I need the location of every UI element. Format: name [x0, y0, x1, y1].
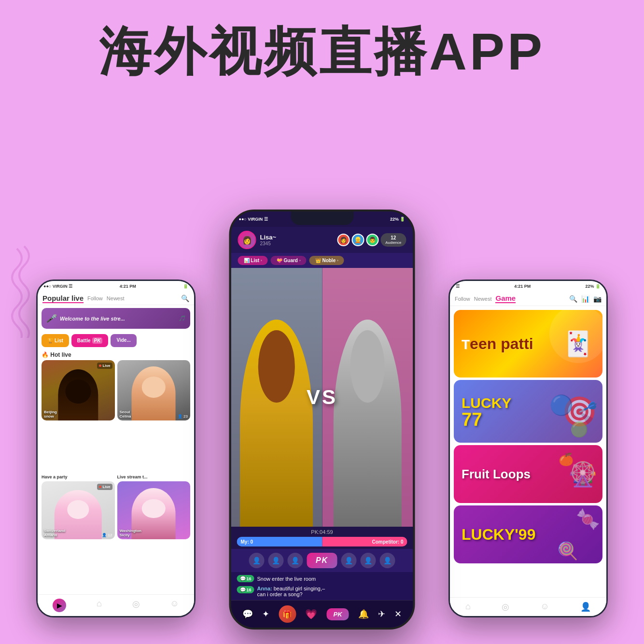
audience-avatar-3: 👨	[366, 234, 378, 246]
pk-icon-2[interactable]: 👤	[268, 553, 284, 568]
pk-score-my: My: 0	[237, 537, 322, 546]
music-icon: 🎵	[179, 315, 185, 322]
audience-avatar-1: 👩	[337, 234, 350, 246]
pk-bar-area: PK:04:59 My: 0 Competitor: 0	[231, 527, 413, 549]
game-card-teen-patti[interactable]: 🃏 Teen patti	[454, 310, 602, 378]
bottom-grid-icon[interactable]: ✦	[262, 609, 269, 619]
live-card-seoul[interactable]: SeoulCelina 👤 23	[117, 360, 191, 420]
host-avatar: 👩	[238, 231, 256, 249]
live-card-switzerland[interactable]: Live SwitzerlandAmari8 👤 12	[42, 481, 115, 539]
search-icon[interactable]: 🔍	[181, 294, 189, 302]
popular-live-label: Popular live	[42, 294, 84, 302]
tab-noble[interactable]: 👑 Noble ›	[309, 256, 344, 265]
center-bottom-bar: 💬 ✦ 🎁 💗 PK 🔔 ✈ ✕	[231, 600, 413, 628]
pk-icon-4[interactable]: 👤	[341, 553, 356, 568]
nav-play[interactable]: ▶	[53, 599, 66, 612]
game-card-fruit-loops[interactable]: 🎡 🍊 Fruit Loops	[454, 445, 602, 503]
chat-level-badge-2: 💬16	[237, 586, 254, 593]
category-buttons: 🏆List BattlePK Vide...	[38, 332, 194, 350]
nav-discover[interactable]: ◎	[132, 599, 140, 612]
right-follow-link[interactable]: Follow	[455, 296, 470, 302]
phone-notch	[291, 211, 353, 225]
bottom-close-icon[interactable]: ✕	[394, 609, 402, 619]
banner-text: Welcome to the live stre...	[60, 316, 125, 322]
pk-center-button[interactable]: PK	[307, 553, 337, 568]
pk-icon-1[interactable]: 👤	[249, 553, 265, 568]
video-button[interactable]: Vide...	[111, 334, 136, 347]
center-header: 👩 Lisa~ 2345 👩 👱 👨 12 Audience	[231, 227, 413, 253]
right-game-link[interactable]: Game	[495, 294, 516, 303]
main-title: 海外视频直播APP	[0, 17, 644, 87]
left-nav: Popular live Follow Newest 🔍	[38, 292, 194, 305]
live-card-location-2: SeoulCelina	[120, 410, 131, 419]
lucky77-title: LUCKY 77	[462, 395, 511, 428]
live-grid: Live Beijingsnow SeoulCelina 👤 23	[38, 360, 194, 474]
bottom-gift-icon[interactable]: 🎁	[279, 605, 296, 623]
center-tabs: 📊 List › 💝 Guard › 👑 Noble ›	[231, 253, 413, 268]
pk-icon-6[interactable]: 👤	[379, 553, 395, 568]
fruit-loops-title: Fruit Loops	[462, 467, 531, 482]
host-name: Lisa~	[260, 234, 277, 241]
newest-link[interactable]: Newest	[107, 295, 125, 301]
chat-text-2: Anna: beautiful girl singing,–can i orde…	[257, 586, 325, 597]
live-stream-title: Live stream t...	[117, 475, 191, 479]
bottom-bell-icon[interactable]: 🔔	[358, 609, 369, 619]
center-phone: ●●○ VIRGIN ☰ 4:21 PM 22% 🔋 👩 Lisa~ 2345 …	[229, 210, 415, 630]
live-card-location: Beijingsnow	[44, 410, 57, 419]
right-camera-icon[interactable]: 📷	[593, 295, 602, 303]
teen-patti-title: Teen patti	[462, 335, 533, 353]
right-nav-chat[interactable]: ☺	[540, 602, 549, 612]
chat-area: 💬16 Snow enter the live room 💬16 Anna: b…	[231, 572, 413, 600]
right-chart-icon[interactable]: 📊	[581, 295, 589, 303]
nav-home[interactable]: ⌂	[97, 599, 102, 612]
mic-icon: 🎤	[46, 314, 56, 323]
right-nav-discover[interactable]: ◎	[502, 602, 509, 612]
tab-list[interactable]: 📊 List ›	[238, 256, 268, 265]
game-card-lucky77[interactable]: 🎯 🔵 🟢 LUCKY 77	[454, 380, 602, 443]
hot-live-label: 🔥 Hot live	[38, 350, 194, 360]
live-card-beijing[interactable]: Live Beijingsnow	[42, 360, 115, 420]
list-button[interactable]: 🏆List	[42, 334, 69, 347]
live-card-location-4: WashingtonSicily	[120, 529, 141, 537]
host-id: 2345	[260, 241, 277, 246]
left-phone-screen: ●●○ VIRGIN ☰ 4:21 PM 🔋 Popular live Foll…	[38, 281, 194, 616]
audience-avatar-2: 👱	[351, 234, 364, 246]
tab-guard[interactable]: 💝 Guard ›	[271, 256, 307, 265]
right-nav-home[interactable]: ⌂	[465, 602, 471, 612]
nav-chat[interactable]: ☺	[170, 599, 179, 612]
battle-pk-button[interactable]: BattlePK	[71, 334, 109, 347]
audience-area: 👩 👱 👨 12 Audience	[337, 233, 406, 247]
right-status-bar: ☰ 4:21 PM 22% 🔋	[450, 281, 606, 292]
live-grid-bottom: Live SwitzerlandAmari8 👤 12 WashingtonSi…	[38, 481, 194, 595]
pk-icon-5[interactable]: 👤	[360, 553, 376, 568]
pk-icon-3[interactable]: 👤	[288, 553, 303, 568]
bottom-pk-button[interactable]: PK	[326, 608, 349, 620]
vs-badge: VS	[307, 386, 337, 409]
right-newest-link[interactable]: Newest	[474, 296, 492, 302]
have-party-title: Have a party	[42, 475, 115, 479]
card-titles: Have a party Live stream t...	[38, 474, 194, 480]
bottom-heart-icon[interactable]: 💗	[305, 608, 317, 620]
chat-text-1: Snow enter the live room	[257, 576, 316, 582]
pk-score-competitor: Competitor: 0	[322, 537, 407, 546]
game-grid: 🃏 Teen patti 🎯 🔵 🟢 LUCKY 77	[450, 306, 606, 597]
bottom-chat-icon[interactable]: 💬	[242, 609, 253, 619]
lucky99-title: LUCKY'99	[462, 526, 535, 544]
live-badge: Live	[97, 363, 112, 369]
follow-link[interactable]: Follow	[87, 295, 103, 301]
right-nav-profile[interactable]: 👤	[580, 602, 591, 612]
bottom-send-icon[interactable]: ✈	[378, 609, 385, 619]
right-bottom-nav: ⌂ ◎ ☺ 👤	[450, 597, 606, 616]
live-badge-2: Live	[97, 484, 112, 490]
pk-icons-row: 👤 👤 👤 PK 👤 👤 👤	[231, 549, 413, 572]
game-card-lucky99[interactable]: 🍬 🍭 LUCKY'99	[454, 505, 602, 563]
live-card-location-3: SwitzerlandAmari8	[44, 529, 65, 537]
pk-score-bar: My: 0 Competitor: 0	[237, 537, 407, 546]
host-info: Lisa~ 2345	[260, 234, 277, 246]
live-card-washington[interactable]: WashingtonSicily	[117, 481, 191, 539]
right-search-icon[interactable]: 🔍	[569, 295, 577, 303]
left-phone: ●●○ VIRGIN ☰ 4:21 PM 🔋 Popular live Foll…	[36, 280, 196, 617]
audience-count: 12 Audience	[380, 233, 406, 247]
chat-message-2: 💬16 Anna: beautiful girl singing,–can i …	[237, 586, 407, 597]
right-nav: Follow Newest Game 🔍 📊 📷	[450, 292, 606, 306]
